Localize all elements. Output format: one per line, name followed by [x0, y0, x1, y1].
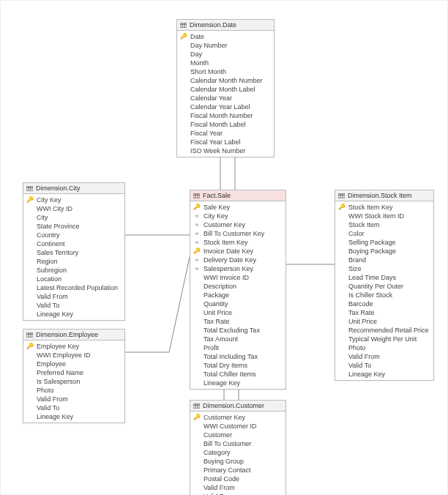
column-row[interactable]: 🔑City Key — [23, 196, 124, 204]
column-row[interactable]: WWI Customer ID — [190, 422, 285, 431]
column-row[interactable]: Photo — [23, 386, 124, 395]
column-row[interactable]: Brand — [335, 256, 433, 264]
column-row[interactable]: WWI Stock Item ID — [335, 212, 433, 220]
column-row[interactable]: Fiscal Year — [177, 129, 274, 138]
column-row[interactable]: Tax Amount — [190, 335, 285, 343]
column-row[interactable]: 🔑Sale Key — [190, 203, 285, 212]
column-row[interactable]: Lineage Key — [190, 379, 285, 387]
column-row[interactable]: Typical Weight Per Unit — [335, 335, 433, 343]
column-row[interactable]: Tax Rate — [190, 317, 285, 326]
column-row[interactable]: 🔑Stock Item Key — [335, 203, 433, 212]
column-row[interactable]: Total Chiller Items — [190, 370, 285, 379]
column-row[interactable]: Valid To — [335, 361, 433, 370]
column-row[interactable]: Calendar Month Number — [177, 76, 274, 85]
column-row[interactable]: Barcode — [335, 299, 433, 308]
column-row[interactable]: WWI Invoice ID — [190, 273, 285, 282]
column-row[interactable]: ∞Bill To Customer Key — [190, 229, 285, 238]
column-row[interactable]: Calendar Year — [177, 94, 274, 103]
column-row[interactable]: Lineage Key — [23, 310, 124, 319]
column-row[interactable]: Short Month — [177, 67, 274, 76]
table-dimension-customer[interactable]: Dimension.Customer 🔑Customer KeyWWI Cust… — [190, 400, 286, 495]
column-row[interactable]: Unit Price — [335, 317, 433, 326]
column-row[interactable]: Sales Territory — [23, 248, 124, 257]
column-row[interactable]: 🔑Employee Key — [23, 342, 124, 351]
column-row[interactable]: Package — [190, 291, 285, 299]
column-row[interactable]: Fiscal Month Label — [177, 120, 274, 129]
column-row[interactable]: Buying Group — [190, 457, 285, 466]
foreign-key-icon: ∞ — [193, 220, 201, 229]
column-row[interactable]: ∞Delivery Date Key — [190, 256, 285, 264]
column-row[interactable]: Subregion — [23, 266, 124, 275]
column-row[interactable]: Stock Item — [335, 220, 433, 229]
table-dimension-city[interactable]: Dimension.City 🔑City KeyWWI City IDCityS… — [23, 182, 125, 321]
column-name: Valid From — [37, 292, 68, 301]
column-row[interactable]: Valid To — [190, 492, 285, 495]
column-row[interactable]: Category — [190, 448, 285, 457]
column-row[interactable]: Quantity Per Outer — [335, 282, 433, 291]
column-row[interactable]: Tax Rate — [335, 308, 433, 317]
column-row[interactable]: Profit — [190, 343, 285, 352]
primary-key-icon: 🔑 — [26, 196, 34, 204]
column-row[interactable]: Quantity — [190, 299, 285, 308]
column-row[interactable]: Total Including Tax — [190, 352, 285, 361]
column-row[interactable]: Fiscal Year Label — [177, 138, 274, 146]
column-row[interactable]: Valid To — [23, 403, 124, 412]
column-row[interactable]: Valid From — [335, 352, 433, 361]
column-row[interactable]: Day Number — [177, 41, 274, 50]
column-row[interactable]: ISO Week Number — [177, 146, 274, 155]
column-row[interactable]: Size — [335, 264, 433, 273]
column-row[interactable]: Region — [23, 257, 124, 266]
column-row[interactable]: City — [23, 213, 124, 222]
table-fact-sale[interactable]: Fact.Sale 🔑Sale Key∞City Key∞Customer Ke… — [190, 190, 286, 390]
column-row[interactable]: Selling Package — [335, 238, 433, 247]
column-row[interactable]: Postal Code — [190, 474, 285, 483]
column-row[interactable]: Calendar Month Label — [177, 85, 274, 94]
column-row[interactable]: ∞Stock Item Key — [190, 238, 285, 247]
column-row[interactable]: Total Excluding Tax — [190, 326, 285, 335]
column-row[interactable]: WWI City ID — [23, 204, 124, 213]
column-row[interactable]: 🔑Customer Key — [190, 413, 285, 422]
column-row[interactable]: Fiscal Month Number — [177, 111, 274, 120]
column-row[interactable]: Continent — [23, 239, 124, 248]
column-row[interactable]: Description — [190, 282, 285, 291]
column-row[interactable]: Photo — [335, 343, 433, 352]
column-row[interactable]: Lineage Key — [335, 370, 433, 379]
column-row[interactable]: Customer — [190, 431, 285, 439]
column-row[interactable]: Preferred Name — [23, 368, 124, 377]
column-row[interactable]: Recommended Retail Price — [335, 326, 433, 335]
column-row[interactable]: Month — [177, 59, 274, 67]
column-row[interactable]: Lineage Key — [23, 412, 124, 421]
column-row[interactable]: 🔑Invoice Date Key — [190, 247, 285, 256]
column-row[interactable]: Location — [23, 275, 124, 283]
column-row[interactable]: Day — [177, 50, 274, 59]
table-dimension-date[interactable]: Dimension.Date 🔑DateDay NumberDayMonthSh… — [176, 19, 275, 157]
column-row[interactable]: ∞Salesperson Key — [190, 264, 285, 273]
column-row[interactable]: Is Salesperson — [23, 377, 124, 386]
column-row[interactable]: Buying Package — [335, 247, 433, 256]
column-row[interactable]: 🔑Date — [177, 32, 274, 41]
column-row[interactable]: Unit Price — [190, 308, 285, 317]
column-row[interactable]: Country — [23, 231, 124, 239]
table-dimension-employee[interactable]: Dimension.Employee 🔑Employee KeyWWI Empl… — [23, 329, 125, 423]
column-row[interactable]: Employee — [23, 360, 124, 368]
column-name: Customer Key — [204, 220, 245, 229]
column-row[interactable]: Lead Time Days — [335, 273, 433, 282]
column-name: Valid To — [37, 403, 59, 412]
column-row[interactable]: ∞City Key — [190, 212, 285, 220]
column-row[interactable]: Is Chiller Stock — [335, 291, 433, 299]
column-row[interactable]: Valid From — [23, 292, 124, 301]
column-row[interactable]: Valid From — [190, 483, 285, 492]
column-row[interactable]: WWI Employee ID — [23, 351, 124, 360]
column-row[interactable]: Bill To Customer — [190, 439, 285, 448]
column-row[interactable]: ∞Customer Key — [190, 220, 285, 229]
column-row[interactable]: Latest Recorded Population — [23, 283, 124, 292]
column-row[interactable]: Valid From — [23, 395, 124, 403]
column-row[interactable]: Primary Contact — [190, 466, 285, 474]
column-row[interactable]: Color — [335, 229, 433, 238]
table-dimension-stock-item[interactable]: Dimension.Stock Item 🔑Stock Item KeyWWI … — [335, 190, 434, 381]
column-row[interactable]: Valid To — [23, 301, 124, 310]
column-row[interactable]: Total Dry Items — [190, 361, 285, 370]
column-row[interactable]: Calendar Year Label — [177, 103, 274, 111]
column-row[interactable]: State Province — [23, 222, 124, 231]
column-name: Day Number — [190, 41, 228, 50]
